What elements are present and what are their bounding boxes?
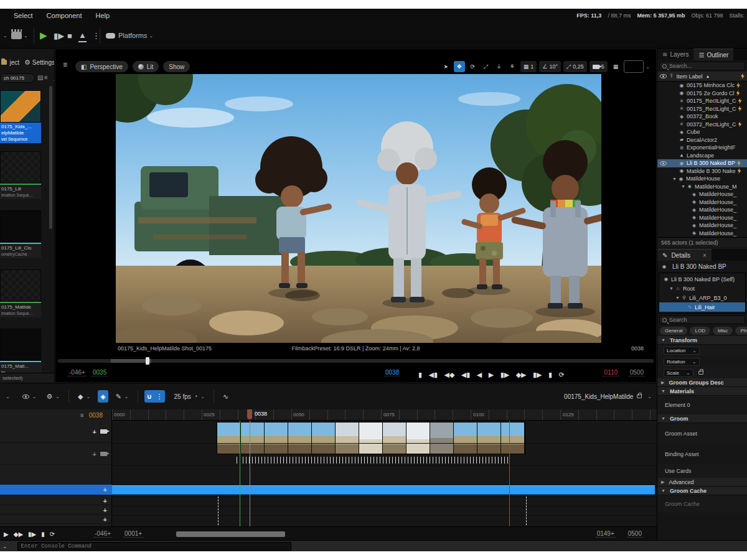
outliner-row[interactable]: ▼◈MatildeHouse_M: [657, 183, 747, 191]
menu-help[interactable]: Help: [95, 12, 110, 19]
filter-icon[interactable]: ≡: [44, 74, 48, 81]
scrub-handle[interactable]: [146, 357, 149, 365]
jump-start-icon[interactable]: ◀▮: [429, 371, 438, 378]
rotate-tool[interactable]: ⟳: [467, 61, 479, 72]
playback-in-line[interactable]: [240, 421, 240, 526]
track-row[interactable]: +: [0, 515, 112, 524]
angle-snap-button[interactable]: ∠10°: [539, 61, 561, 72]
viewport[interactable]: ≡ ◧Perspective Lit Show ➤ ✥ ⟳ ⤢ ⏚ ⚘ ▦1 ∠…: [55, 49, 657, 383]
outliner-row[interactable]: ◈MatildeHouse_: [657, 190, 747, 198]
scale-tool[interactable]: ⤢: [481, 61, 491, 72]
viewport-layout-icon[interactable]: ▦: [610, 61, 622, 72]
settings-button[interactable]: ⚙⌄: [44, 390, 62, 403]
next-frame-icon[interactable]: ▮▶: [500, 371, 510, 378]
camera-icon[interactable]: [100, 429, 107, 434]
rotation-dropdown[interactable]: Rotation⌄: [664, 358, 700, 366]
prev-key-icon[interactable]: ◀◆: [444, 371, 454, 378]
chevron-down-icon[interactable]: ⌄: [2, 543, 7, 549]
filter-lod[interactable]: LOD: [690, 327, 710, 335]
outliner-row[interactable]: ▰DecalActor2: [657, 136, 747, 144]
next-key-icon[interactable]: ◆▶: [14, 531, 23, 538]
chevron-down-icon[interactable]: ⌄: [647, 394, 652, 399]
section-materials[interactable]: ▼Materials: [657, 387, 747, 396]
camera-cut-track[interactable]: +: [0, 421, 112, 443]
filter-physics[interactable]: Physi: [735, 327, 747, 335]
show-button[interactable]: Show: [163, 61, 190, 72]
playback-out-line[interactable]: [509, 421, 510, 526]
set-start-icon[interactable]: ▮: [418, 371, 422, 378]
outliner-row[interactable]: ◈MatildeHouse_: [657, 230, 747, 238]
fps-dropdown[interactable]: 25 fps◔⌄: [171, 390, 207, 403]
playhead-marker[interactable]: [247, 409, 252, 419]
component-row[interactable]: ◉Lli B 300 Naked BP (Self): [659, 274, 745, 284]
eye-icon[interactable]: [660, 74, 667, 78]
save-icon[interactable]: ▤: [37, 74, 43, 81]
section-bar[interactable]: [112, 485, 655, 495]
lit-button[interactable]: Lit: [133, 61, 159, 72]
close-icon[interactable]: ×: [703, 252, 707, 259]
sequencer-current-frame[interactable]: 0038: [89, 412, 103, 419]
outliner-row[interactable]: ◈MatildeHouse_: [657, 222, 747, 230]
camera-icon[interactable]: [100, 452, 107, 456]
view-options-button[interactable]: ⌄: [20, 390, 39, 403]
viewport-layout-button[interactable]: [624, 60, 644, 73]
scrollbar[interactable]: [49, 86, 52, 229]
shot-track[interactable]: +: [0, 444, 112, 465]
chevron-down-icon[interactable]: ⌄: [1, 390, 12, 403]
select-tool[interactable]: ➤: [440, 61, 451, 72]
outliner-row[interactable]: ✳00175_RectLight_C: [657, 105, 747, 113]
outliner-column-header[interactable]: ⍒ Item Label ▲: [657, 72, 747, 82]
tab-outliner[interactable]: ☰Outliner: [693, 49, 733, 60]
range-end-field[interactable]: 0500: [627, 530, 643, 538]
section-groom[interactable]: ▼Groom: [657, 414, 747, 423]
chevron-down-icon[interactable]: ⌄: [646, 64, 650, 70]
gear-icon[interactable]: ⚙: [24, 58, 31, 67]
add-icon[interactable]: +: [103, 486, 107, 493]
stop-button[interactable]: ■: [67, 29, 72, 42]
scale-dropdown[interactable]: Scale⌄: [664, 369, 693, 377]
asset-geometry-cache[interactable]: 0175_Lili_Clo ometryCache: [0, 210, 41, 258]
loop-icon[interactable]: ⟳: [50, 531, 55, 538]
grid-snap-button[interactable]: ▦1: [520, 61, 537, 72]
world-gizmo-button[interactable]: ⏚: [494, 61, 504, 72]
edit-mode-button[interactable]: ✎⌄: [113, 390, 131, 403]
location-dropdown[interactable]: Location⌄: [664, 347, 700, 355]
component-row[interactable]: ▼⚲Lili_ARP_B3_0: [659, 293, 745, 302]
component-row-selected[interactable]: ∿Lili_Hair: [659, 302, 745, 312]
add-icon[interactable]: +: [103, 516, 107, 523]
outliner-row-selected[interactable]: ◉Lli B 300 Naked BP: [657, 159, 747, 167]
work-start-field[interactable]: 0001+: [123, 530, 143, 538]
outliner-row[interactable]: ◉Matilde B 300 Nake: [657, 167, 747, 175]
play-forward-icon[interactable]: ▶: [489, 371, 494, 378]
camera-speed-button[interactable]: 5: [590, 61, 608, 72]
platforms-button[interactable]: Platforms⌄: [106, 29, 153, 42]
outliner-row[interactable]: ◈00372_Book: [657, 113, 747, 121]
outliner-row[interactable]: ◉00175 Ze Gordo Cl: [657, 90, 747, 98]
next-key-icon[interactable]: ◆▶: [516, 371, 527, 378]
hamburger-menu-icon[interactable]: ≡: [63, 60, 67, 69]
outliner-row[interactable]: ✳00372_RectLight_C: [657, 121, 747, 129]
menu-component[interactable]: Component: [47, 12, 82, 19]
current-frame-field[interactable]: 0038: [384, 369, 400, 376]
prev-frame-icon[interactable]: ◀▮: [461, 371, 471, 378]
work-end-field[interactable]: 0149+: [596, 530, 616, 538]
asset-search-input[interactable]: [0, 73, 35, 83]
keyframe-ticks[interactable]: [237, 457, 510, 464]
frame-skip-button[interactable]: ▮▶: [54, 29, 64, 42]
local-gizmo-button[interactable]: ⚘: [507, 61, 518, 72]
track-row[interactable]: +: [0, 506, 112, 515]
auto-key-button[interactable]: ◈: [98, 390, 108, 403]
set-end-icon[interactable]: ▮: [41, 531, 45, 538]
track-row[interactable]: +: [0, 497, 112, 505]
curve-editor-button[interactable]: ∿: [220, 390, 231, 403]
keyframe-options-button[interactable]: ◆⌄: [75, 390, 93, 403]
details-search[interactable]: Search: [659, 315, 745, 324]
in-frame-field[interactable]: 0035: [92, 369, 108, 376]
project-label[interactable]: ject: [9, 59, 19, 66]
console-input[interactable]: [17, 542, 291, 551]
track-area[interactable]: + + + + + +: [0, 421, 657, 526]
snap-button[interactable]: ∪⋮: [144, 390, 166, 403]
settings-button[interactable]: Settings: [32, 59, 55, 66]
timeline-scrollbar[interactable]: [176, 531, 285, 537]
move-tool[interactable]: ✥: [454, 61, 465, 72]
